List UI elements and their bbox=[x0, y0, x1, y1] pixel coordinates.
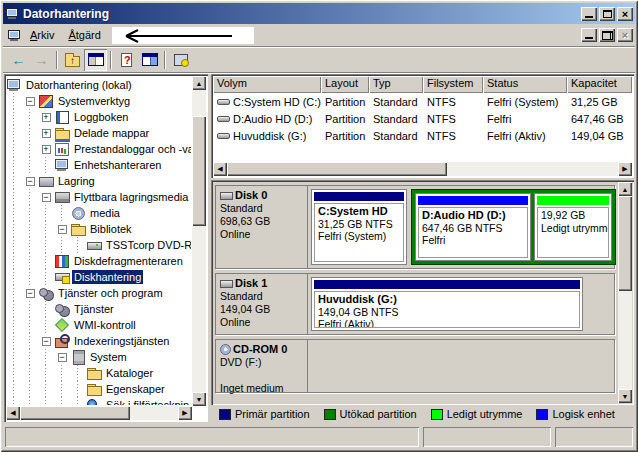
tree-item-diskdefragmenteraren[interactable]: Diskdefragmenteraren bbox=[6, 253, 191, 269]
tree-item-flyttbara-lagringsmedia[interactable]: −Flyttbara lagringsmedia bbox=[6, 189, 191, 205]
scroll-right-icon[interactable]: ▶ bbox=[178, 406, 192, 420]
volume-row-cell-layout[interactable]: Partition bbox=[321, 127, 369, 144]
volume-row-cell-volym[interactable]: Huvuddisk (G:) bbox=[213, 127, 321, 144]
scroll-up-icon[interactable]: ▲ bbox=[192, 76, 206, 90]
scroll-left-icon[interactable]: ◀ bbox=[6, 406, 20, 420]
tree-item-delade-mappar[interactable]: +Delade mappar bbox=[6, 125, 191, 141]
tree-vscroll-thumb[interactable] bbox=[192, 116, 206, 226]
column-header-status[interactable]: Status bbox=[483, 76, 567, 93]
mdi-restore-button[interactable] bbox=[599, 28, 615, 42]
volume-row-cell-status[interactable]: Felfri bbox=[483, 110, 567, 127]
volume-row-cell-filsystem[interactable]: NTFS bbox=[423, 127, 483, 144]
volume-row-cell-status[interactable]: Felfri (Aktiv) bbox=[483, 127, 567, 144]
expander-minus-icon[interactable]: − bbox=[22, 285, 38, 301]
volume-row-cell-volym[interactable]: D:Audio HD (D:) bbox=[213, 110, 321, 127]
graph-vscroll-thumb[interactable] bbox=[618, 196, 632, 291]
minimize-button[interactable] bbox=[581, 7, 597, 21]
expander-minus-icon[interactable]: − bbox=[54, 349, 70, 365]
volume-row-cell-kapacitet[interactable]: 149,04 GB bbox=[567, 127, 632, 144]
tree-item-kataloger[interactable]: Kataloger bbox=[6, 365, 191, 381]
tree-hscroll-thumb[interactable] bbox=[20, 406, 130, 420]
app-icon[interactable] bbox=[5, 7, 19, 20]
help-page-button[interactable] bbox=[115, 49, 138, 71]
volume-horizontal-scrollbar[interactable]: ◀ ▶ bbox=[213, 162, 632, 176]
disk-label-cd-rom-0[interactable]: CD-ROM 0DVD (F:) Inget medium bbox=[216, 340, 308, 392]
scroll-up-icon[interactable]: ▲ bbox=[618, 182, 632, 196]
tree-item-indexeringstj-nsten[interactable]: −Indexeringstjänsten bbox=[6, 333, 191, 349]
back-button[interactable]: ← bbox=[7, 49, 30, 71]
tree-item-tj-nster[interactable]: Tjänster bbox=[6, 301, 191, 317]
disk-label-disk-0[interactable]: Disk 0Standard698,63 GBOnline bbox=[216, 186, 308, 268]
scroll-right-icon[interactable]: ▶ bbox=[618, 162, 632, 176]
expander-plus-icon[interactable]: + bbox=[38, 125, 54, 141]
volume-row-cell-filsystem[interactable]: NTFS bbox=[423, 110, 483, 127]
volume-row-cell-typ[interactable]: Standard bbox=[369, 110, 423, 127]
expander-minus-icon[interactable]: − bbox=[38, 189, 54, 205]
volume-row-cell-filsystem[interactable]: NTFS bbox=[423, 93, 483, 110]
tree-item-wmi-kontroll[interactable]: WMI-kontroll bbox=[6, 317, 191, 333]
tree-item-loggboken[interactable]: +Loggboken bbox=[6, 109, 191, 125]
close-button[interactable]: × bbox=[617, 7, 633, 21]
tree-item-tsstcorp-dvd-r[interactable]: TSSTcorp DVD-R bbox=[6, 237, 191, 253]
expander-plus-icon[interactable]: + bbox=[38, 141, 54, 157]
tree-item-media[interactable]: media bbox=[6, 205, 191, 221]
partition-c-system-hd[interactable]: C:System HD31,25 GB NTFSFelfri (System) bbox=[311, 189, 407, 265]
expander-minus-icon[interactable]: − bbox=[38, 333, 54, 349]
partition-huvuddisk-g[interactable]: Huvuddisk (G:)149,04 GB NTFSFelfri (Akti… bbox=[311, 277, 583, 331]
column-header-typ[interactable]: Typ bbox=[369, 76, 423, 93]
disk-label-disk-1[interactable]: Disk 1Standard149,04 GBOnline bbox=[216, 274, 308, 334]
volume-row-cell-kapacitet[interactable]: 647,46 GB bbox=[567, 110, 632, 127]
volume-row-cell-typ[interactable]: Standard bbox=[369, 93, 423, 110]
menu-arkiv[interactable]: Arkiv bbox=[23, 27, 61, 43]
menu-atgard[interactable]: Åtgärd bbox=[61, 27, 107, 43]
volume-row-cell-typ[interactable]: Standard bbox=[369, 127, 423, 144]
tree-item-enhetshanteraren[interactable]: Enhetshanteraren bbox=[6, 157, 191, 173]
volume-hscroll-thumb[interactable] bbox=[227, 162, 447, 176]
column-header-layout[interactable]: Layout bbox=[321, 76, 369, 93]
volume-row-cell-kapacitet[interactable]: 31,25 GB bbox=[567, 93, 632, 110]
scroll-left-icon[interactable]: ◀ bbox=[213, 162, 227, 176]
mdi-minimize-button[interactable] bbox=[581, 28, 597, 42]
tree-item-lagring[interactable]: −Lagring bbox=[6, 173, 191, 189]
graph-vertical-scrollbar[interactable]: ▲ ▼ bbox=[618, 182, 632, 403]
show-panel-button[interactable] bbox=[138, 49, 161, 71]
volume-row-cell-status[interactable]: Felfri (System) bbox=[483, 93, 567, 110]
partition-d-audio-hd-d[interactable]: D:Audio HD (D:)647,46 GB NTFSFelfri bbox=[415, 193, 531, 261]
column-header-volym[interactable]: Volym bbox=[213, 76, 321, 93]
tree-item-system[interactable]: −System bbox=[6, 349, 191, 365]
tree-item-s-k-i-filf-rtecknin[interactable]: Sök i filförtecknin bbox=[6, 397, 191, 405]
expander-minus-icon[interactable]: − bbox=[54, 221, 70, 237]
title-bar[interactable]: Datorhantering × bbox=[3, 3, 635, 24]
defrag-icon bbox=[54, 254, 70, 268]
volume-row-cell-layout[interactable]: Partition bbox=[321, 110, 369, 127]
show-console-tree-button[interactable] bbox=[84, 49, 107, 71]
manage-computer-button[interactable] bbox=[169, 49, 192, 71]
expander-plus-icon[interactable]: + bbox=[38, 109, 54, 125]
removable-icon bbox=[54, 190, 70, 204]
tree-item-egenskaper[interactable]: Egenskaper bbox=[6, 381, 191, 397]
tree-item-systemverktyg[interactable]: −Systemverktyg bbox=[6, 93, 191, 109]
volume-row-cell-layout[interactable]: Partition bbox=[321, 93, 369, 110]
column-header-filsystem[interactable]: Filsystem bbox=[423, 76, 483, 93]
volume-row-cell-volym[interactable]: C:System HD (C:) bbox=[213, 93, 321, 110]
tree-vertical-scrollbar[interactable]: ▲ ▼ bbox=[192, 76, 206, 406]
mdi-close-button[interactable]: × bbox=[617, 28, 633, 42]
tree-item-datorhantering-lokal[interactable]: Datorhantering (lokal) bbox=[6, 77, 191, 93]
scroll-down-icon[interactable]: ▼ bbox=[192, 392, 206, 406]
console-icon[interactable] bbox=[7, 29, 21, 42]
expander-minus-icon[interactable]: − bbox=[22, 173, 38, 189]
extended-partition-group[interactable]: D:Audio HD (D:)647,46 GB NTFSFelfri19,92… bbox=[411, 189, 616, 265]
tree-item-diskhantering[interactable]: Diskhantering bbox=[6, 269, 191, 285]
tree-item-tj-nster-och-program[interactable]: −Tjänster och program bbox=[6, 285, 191, 301]
forward-button[interactable]: → bbox=[30, 49, 53, 71]
tree-item-prestandaloggar-och-va[interactable]: +Prestandaloggar och -va bbox=[6, 141, 191, 157]
tree-horizontal-scrollbar[interactable]: ◀ ▶ bbox=[6, 406, 192, 420]
expander-minus-icon[interactable]: − bbox=[22, 93, 38, 109]
up-folder-button[interactable] bbox=[61, 49, 84, 71]
scroll-down-icon[interactable]: ▼ bbox=[618, 389, 632, 403]
maximize-button[interactable] bbox=[599, 7, 615, 21]
tree-item-bibliotek[interactable]: −Bibliotek bbox=[6, 221, 191, 237]
tree-indent-guide bbox=[38, 349, 54, 365]
column-header-kapacitet[interactable]: Kapacitet bbox=[567, 76, 632, 93]
free-space-block[interactable]: 19,92 GBLedigt utrymme bbox=[534, 193, 612, 261]
